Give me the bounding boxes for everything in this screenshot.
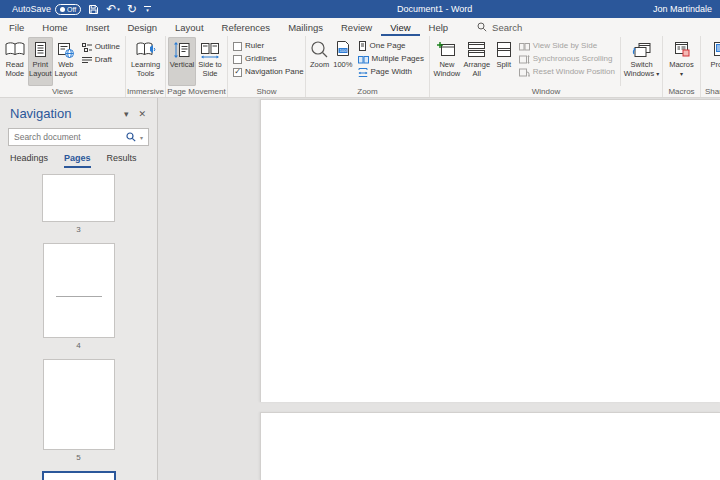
document-page-next[interactable] — [260, 412, 720, 480]
side-to-side-button[interactable]: Side to Side — [196, 37, 224, 86]
tab-references[interactable]: References — [213, 18, 280, 36]
navigation-pane: Navigation ▾ ✕ ▾ Headings Pages Results … — [0, 98, 158, 480]
ribbon-group-window: New Window Arrange All — [430, 36, 663, 97]
macros-button[interactable]: Macros ▾ — [665, 37, 698, 86]
ruler-checkbox[interactable]: Ruler — [233, 41, 304, 51]
immersive-group-label: Immersive — [126, 86, 165, 97]
page-thumbnail-4[interactable] — [43, 243, 115, 338]
properties-button[interactable]: Prope — [704, 37, 720, 86]
one-page-button[interactable]: One Page — [358, 41, 424, 51]
multiple-pages-icon — [358, 55, 369, 64]
macros-group-label: Macros — [663, 86, 700, 97]
split-icon — [496, 39, 512, 60]
new-window-icon — [436, 39, 457, 60]
navigation-pane-checkbox[interactable]: Navigation Pane — [233, 67, 304, 77]
undo-dropdown-icon: ▾ — [117, 7, 120, 12]
title-bar: AutoSave Off ↶ ▾ ↻ — [0, 0, 720, 18]
save-button[interactable] — [88, 4, 99, 15]
multiple-pages-button[interactable]: Multiple Pages — [358, 54, 424, 64]
zoom-100-button[interactable]: 100 100% — [331, 37, 354, 86]
switch-windows-button[interactable]: Switch Windows ▾ — [623, 37, 660, 86]
ribbon-group-immersive: Learning Tools Immersive — [126, 36, 166, 97]
navigation-pane-close-icon[interactable]: ✕ — [133, 109, 151, 119]
arrange-all-button[interactable]: Arrange All — [462, 37, 492, 86]
web-layout-button[interactable]: Web Layout — [53, 37, 79, 86]
zoom-button[interactable]: Zoom — [308, 37, 331, 86]
page-thumbnail-3[interactable] — [42, 174, 115, 222]
page-thumbnail-list: 3 4 5 — [0, 168, 157, 480]
customize-qat-caret-icon: ▾ — [146, 8, 149, 12]
document-page[interactable] — [260, 99, 720, 402]
tab-insert[interactable]: Insert — [77, 18, 119, 36]
sharepoint-group-label: SharePo — [701, 86, 720, 97]
autosave-toggle[interactable]: AutoSave Off — [12, 4, 81, 15]
tab-file[interactable]: File — [0, 18, 33, 36]
tab-mailings[interactable]: Mailings — [279, 18, 332, 36]
gridlines-checkbox[interactable]: Gridlines — [233, 54, 304, 64]
web-layout-icon — [57, 39, 75, 60]
tab-review[interactable]: Review — [332, 18, 381, 36]
reset-window-position-button: Reset Window Position — [519, 67, 615, 77]
quick-access-customize-button[interactable]: ▾ — [144, 6, 151, 12]
ribbon-group-views: Read Mode Print Layout — [0, 36, 126, 97]
views-group-label: Views — [0, 86, 125, 97]
switch-windows-dropdown-icon: ▾ — [656, 71, 659, 77]
print-layout-button[interactable]: Print Layout — [28, 37, 54, 86]
tab-view[interactable]: View — [381, 18, 419, 36]
document-search-input[interactable] — [14, 132, 122, 142]
view-side-by-side-icon — [519, 42, 530, 51]
nav-tab-results[interactable]: Results — [107, 153, 137, 168]
nav-tab-pages[interactable]: Pages — [64, 153, 91, 168]
autosave-pill: Off — [55, 4, 81, 15]
nav-tab-headings[interactable]: Headings — [10, 153, 48, 168]
navigation-pane-dropdown-icon[interactable]: ▾ — [119, 109, 134, 119]
autosave-label: AutoSave — [12, 4, 51, 14]
search-icon — [477, 22, 487, 32]
ruler-checkbox-icon — [233, 42, 242, 51]
vertical-button[interactable]: Vertical — [168, 37, 196, 86]
search-options-dropdown-icon[interactable]: ▾ — [140, 134, 143, 141]
page-number-label: 4 — [76, 341, 80, 350]
synchronous-scrolling-button: Synchronous Scrolling — [519, 54, 615, 64]
ribbon-group-show: Ruler Gridlines Navigation Pane Show — [228, 36, 306, 97]
autosave-dot-icon — [60, 7, 65, 12]
new-window-button[interactable]: New Window — [432, 37, 462, 86]
account-user-name[interactable]: Jon Martindale — [653, 4, 720, 14]
redo-button[interactable]: ↻ — [127, 3, 137, 15]
tab-design[interactable]: Design — [118, 18, 166, 36]
split-button[interactable]: Split — [492, 37, 516, 86]
switch-windows-icon — [632, 39, 652, 60]
search-box[interactable]: Search — [477, 22, 522, 33]
read-mode-button[interactable]: Read Mode — [2, 37, 28, 86]
synchronous-scrolling-icon — [519, 55, 530, 64]
draft-button[interactable]: Draft — [82, 55, 120, 65]
show-group-label: Show — [228, 86, 305, 97]
ribbon-tab-row: File Home Insert Design Layout Reference… — [0, 18, 720, 36]
tab-layout[interactable]: Layout — [166, 18, 213, 36]
navigation-pane-checkbox-icon — [233, 68, 242, 77]
document-search-box[interactable]: ▾ — [8, 128, 149, 146]
tab-help[interactable]: Help — [420, 18, 458, 36]
zoom-100-icon: 100 — [334, 39, 351, 60]
read-mode-icon — [4, 39, 26, 60]
ribbon-group-page-movement: Vertical Side to Si — [166, 36, 228, 97]
learning-tools-button[interactable]: Learning Tools — [128, 37, 163, 86]
one-page-icon — [358, 41, 367, 51]
ribbon-group-zoom: Zoom 100 100% — [306, 36, 430, 97]
draft-icon — [82, 56, 92, 65]
tab-home[interactable]: Home — [33, 18, 76, 36]
page-thumbnail-selected[interactable] — [42, 471, 116, 480]
ribbon: Read Mode Print Layout — [0, 36, 720, 98]
page-width-button[interactable]: Page Width — [358, 67, 424, 77]
page-thumbnail-5[interactable] — [43, 359, 115, 450]
document-search-icon — [126, 132, 136, 142]
outline-button[interactable]: Outline — [82, 42, 120, 52]
page-width-icon — [358, 68, 368, 77]
window-group-label: Window — [430, 86, 662, 97]
macros-dropdown-icon: ▾ — [680, 71, 683, 77]
zoom-group-label: Zoom — [306, 86, 429, 97]
undo-button[interactable]: ↶ ▾ — [106, 3, 120, 15]
svg-text:100: 100 — [340, 48, 348, 53]
arrange-all-icon — [467, 39, 486, 60]
reset-window-position-icon — [519, 68, 530, 77]
